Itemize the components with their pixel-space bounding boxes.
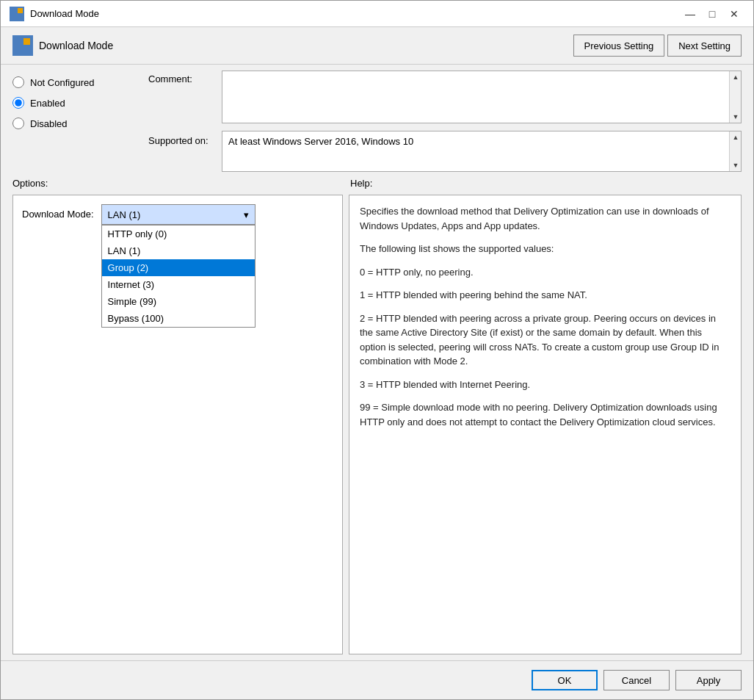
supported-content: At least Windows Server 2016, Windows 10 [222, 131, 729, 171]
dropdown-item-0[interactable]: HTTP only (0) [102, 225, 255, 242]
supported-area-wrap: At least Windows Server 2016, Windows 10… [222, 131, 742, 172]
help-panel: Specifies the download method that Deliv… [349, 195, 742, 654]
dropdown-list: HTTP only (0) LAN (1) Group (2) Internet… [101, 225, 255, 328]
comment-textarea[interactable] [222, 71, 729, 123]
svg-rect-3 [18, 15, 23, 20]
options-panel: Download Mode: LAN (1) ▾ HTTP only (0) L… [12, 195, 343, 654]
policy-icon [12, 35, 33, 56]
maximize-button[interactable]: □ [702, 6, 722, 22]
supported-scrollbar: ▲ ▼ [729, 131, 741, 171]
svg-rect-1 [18, 8, 23, 13]
close-button[interactable]: ✕ [724, 6, 744, 22]
help-para-6: 3 = HTTP blended with Internet Peering. [360, 378, 731, 392]
supported-label: Supported on: [148, 131, 222, 146]
supported-row: Supported on: At least Windows Server 20… [148, 131, 742, 172]
ok-button[interactable]: OK [532, 670, 598, 690]
supported-scroll-up[interactable]: ▲ [730, 131, 742, 143]
dropdown-container: LAN (1) ▾ HTTP only (0) LAN (1) Group (2… [101, 204, 333, 328]
help-para-4: 1 = HTTP blended with peering behind the… [360, 288, 731, 303]
comment-area-wrap: ▲ ▼ [222, 71, 742, 123]
cancel-button[interactable]: Cancel [603, 670, 670, 690]
title-bar-controls: — □ ✕ [680, 6, 744, 22]
dropdown-item-100[interactable]: Bypass (100) [102, 310, 255, 327]
svg-rect-2 [11, 15, 16, 20]
main-window: Download Mode — □ ✕ Download Mode [0, 0, 754, 700]
dropdown-arrow-icon: ▾ [244, 209, 249, 220]
apply-button[interactable]: Apply [675, 670, 742, 690]
help-para-3: 0 = HTTP only, no peering. [360, 265, 731, 280]
title-bar: Download Mode — □ ✕ [1, 1, 753, 27]
dropdown-item-1[interactable]: LAN (1) [102, 242, 255, 259]
minimize-button[interactable]: — [680, 6, 700, 22]
top-bar-left: Download Mode [12, 35, 113, 56]
radio-disabled-label: Disabled [30, 118, 68, 129]
scroll-down-arrow[interactable]: ▼ [730, 111, 742, 123]
radio-not-configured[interactable]: Not Configured [12, 76, 148, 88]
radio-group: Not Configured Enabled Disabled [12, 71, 148, 172]
panels-row: Download Mode: LAN (1) ▾ HTTP only (0) L… [12, 195, 742, 654]
comment-scrollbar: ▲ ▼ [729, 71, 741, 123]
top-bar: Download Mode Previous Setting Next Sett… [1, 27, 753, 65]
svg-rect-0 [11, 8, 17, 14]
options-header: Options: [12, 178, 350, 189]
dropdown-selected[interactable]: LAN (1) ▾ [101, 204, 255, 225]
nav-buttons: Previous Setting Next Setting [573, 35, 742, 57]
download-mode-label: Download Mode: [22, 204, 94, 220]
scroll-up-arrow[interactable]: ▲ [730, 71, 742, 83]
window-title: Download Mode [30, 8, 99, 19]
help-header: Help: [350, 178, 742, 189]
radio-enabled-input[interactable] [12, 97, 24, 109]
dropdown-item-2[interactable]: Group (2) [102, 259, 255, 276]
title-bar-left: Download Mode [10, 7, 99, 21]
help-para-7: 99 = Simple download mode with no peerin… [360, 400, 731, 429]
right-form: Comment: ▲ ▼ Supported on: At least Wind… [148, 71, 742, 172]
radio-disabled[interactable]: Disabled [12, 118, 148, 129]
supported-scroll-down[interactable]: ▼ [730, 159, 742, 171]
section-headers: Options: Help: [12, 178, 742, 189]
help-para-5: 2 = HTTP blended with peering across a p… [360, 311, 731, 369]
help-para-2: The following list shows the supported v… [360, 242, 731, 256]
prev-setting-button[interactable]: Previous Setting [573, 35, 665, 57]
radio-not-configured-input[interactable] [12, 76, 24, 88]
svg-rect-5 [23, 38, 30, 45]
next-setting-button[interactable]: Next Setting [667, 35, 742, 57]
comment-label: Comment: [148, 71, 222, 84]
comment-row: Comment: ▲ ▼ [148, 71, 742, 123]
options-row: Download Mode: LAN (1) ▾ HTTP only (0) L… [22, 204, 333, 328]
top-content: Not Configured Enabled Disabled Comment: [1, 65, 753, 172]
svg-rect-4 [15, 38, 23, 46]
radio-enabled-label: Enabled [30, 98, 65, 109]
window-icon [10, 7, 24, 21]
dropdown-item-3[interactable]: Internet (3) [102, 276, 255, 293]
content-area: Download Mode Previous Setting Next Sett… [1, 27, 753, 699]
main-section: Options: Help: Download Mode: LAN (1) ▾ [1, 172, 753, 660]
footer: OK Cancel Apply [1, 660, 753, 699]
policy-title: Download Mode [39, 40, 113, 51]
radio-not-configured-label: Not Configured [30, 77, 94, 88]
radio-disabled-input[interactable] [12, 118, 24, 129]
radio-enabled[interactable]: Enabled [12, 97, 148, 109]
svg-rect-6 [15, 46, 22, 53]
help-para-1: Specifies the download method that Deliv… [360, 204, 731, 233]
dropdown-item-99[interactable]: Simple (99) [102, 293, 255, 310]
svg-rect-7 [23, 46, 30, 53]
dropdown-selected-text: LAN (1) [108, 209, 141, 220]
